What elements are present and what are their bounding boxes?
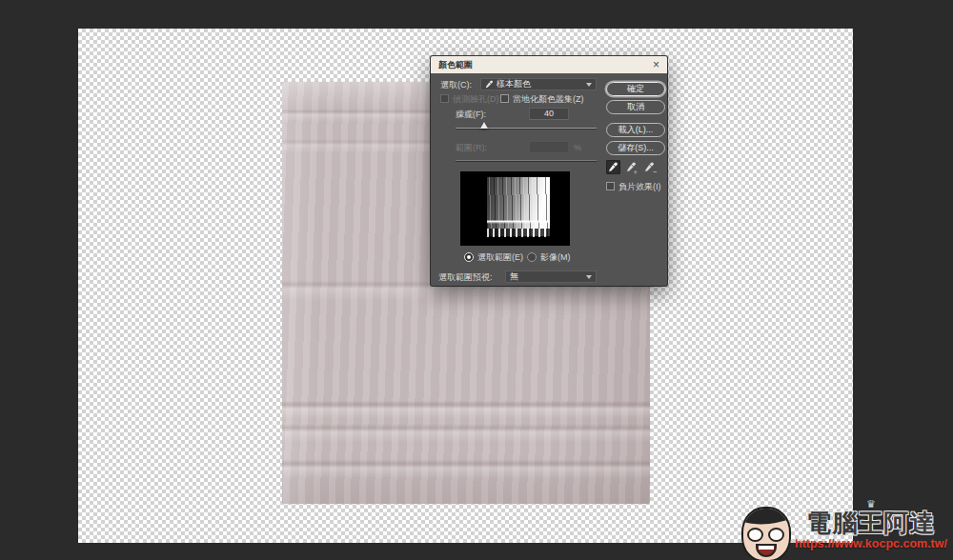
radio-unselected-icon[interactable] xyxy=(527,252,537,262)
range-input xyxy=(529,141,569,153)
range-label: 範圍(R): xyxy=(456,142,487,153)
dialog-titlebar[interactable]: 顏色範圍 × xyxy=(431,56,667,73)
selection-preview-thumbnail[interactable] xyxy=(460,171,570,246)
cancel-button[interactable]: 取消 xyxy=(606,100,665,114)
radio-selection[interactable]: 選取範圍(E) xyxy=(464,251,523,263)
checkbox-icon[interactable] xyxy=(500,94,509,103)
ok-button[interactable]: 確定 xyxy=(606,82,665,96)
fuzziness-slider[interactable] xyxy=(456,123,597,130)
color-range-dialog: 顏色範圍 × 選取(C): 樣本顏色 偵測臉孔(D) 當地化顏色叢集(Z) 朦朧… xyxy=(431,56,667,286)
photoshop-workspace: ♛ 電腦王阿達 https://www.kocpc.com.tw/ 顏色範圍 ×… xyxy=(0,0,953,560)
select-value: 樣本顏色 xyxy=(497,78,531,90)
selection-preview-value: 無 xyxy=(510,270,518,283)
mascot-hair xyxy=(741,507,791,527)
crown-doodle-icon: ♛ xyxy=(793,499,949,509)
plus-icon: ＋ xyxy=(632,169,639,175)
checkbox-icon xyxy=(440,94,449,103)
eyedropper-add-button[interactable]: ＋ xyxy=(624,160,639,174)
radio-selected-icon[interactable] xyxy=(464,252,474,262)
slider-track xyxy=(456,128,597,129)
watermark-url: https://www.kocpc.com.tw/ xyxy=(793,537,949,551)
save-button[interactable]: 儲存(S)... xyxy=(606,141,665,155)
dialog-title: 顏色範圍 xyxy=(438,59,473,71)
select-dropdown[interactable]: 樣本顏色 xyxy=(480,78,597,90)
range-unit: % xyxy=(574,142,581,153)
watermark-brand: 電腦王阿達 xyxy=(793,509,949,537)
mascot-avatar xyxy=(741,507,791,560)
eyedropper-icon xyxy=(485,80,494,89)
slider-thumb[interactable] xyxy=(480,122,488,129)
checkbox-icon[interactable] xyxy=(606,182,615,190)
fuzziness-input[interactable]: 40 xyxy=(529,108,569,120)
load-button[interactable]: 載入(L)... xyxy=(606,123,665,137)
detect-faces-checkbox: 偵測臉孔(D) xyxy=(440,93,499,105)
minus-icon: − xyxy=(653,169,657,175)
close-icon[interactable]: × xyxy=(653,59,659,70)
radio-image[interactable]: 影像(M) xyxy=(527,251,571,263)
localized-clusters-checkbox[interactable]: 當地化顏色叢集(Z) xyxy=(500,93,584,105)
mascot-mouth xyxy=(756,544,777,557)
watermark-text-block: ♛ 電腦王阿達 https://www.kocpc.com.tw/ xyxy=(793,499,949,551)
chevron-down-icon xyxy=(586,275,592,279)
selection-preview-dropdown[interactable]: 無 xyxy=(505,270,597,283)
slider-track xyxy=(456,160,597,161)
mascot-glasses-left xyxy=(747,528,763,542)
eyedropper-sample-button[interactable] xyxy=(606,160,620,174)
selection-mask-image xyxy=(487,177,550,236)
invert-checkbox[interactable]: 負片效果(I) xyxy=(606,181,661,192)
eyedropper-toolbar: ＋ − xyxy=(606,160,657,174)
watermark: ♛ 電腦王阿達 https://www.kocpc.com.tw/ xyxy=(747,499,949,558)
selection-preview-label: 選取範圍預視: xyxy=(438,271,493,283)
select-label: 選取(C): xyxy=(440,79,472,90)
mascot-glasses-right xyxy=(768,528,784,542)
fuzziness-label: 朦朧(F): xyxy=(456,109,486,120)
eyedropper-subtract-button[interactable]: − xyxy=(642,160,657,174)
chevron-down-icon xyxy=(586,83,592,87)
range-slider xyxy=(456,155,597,163)
